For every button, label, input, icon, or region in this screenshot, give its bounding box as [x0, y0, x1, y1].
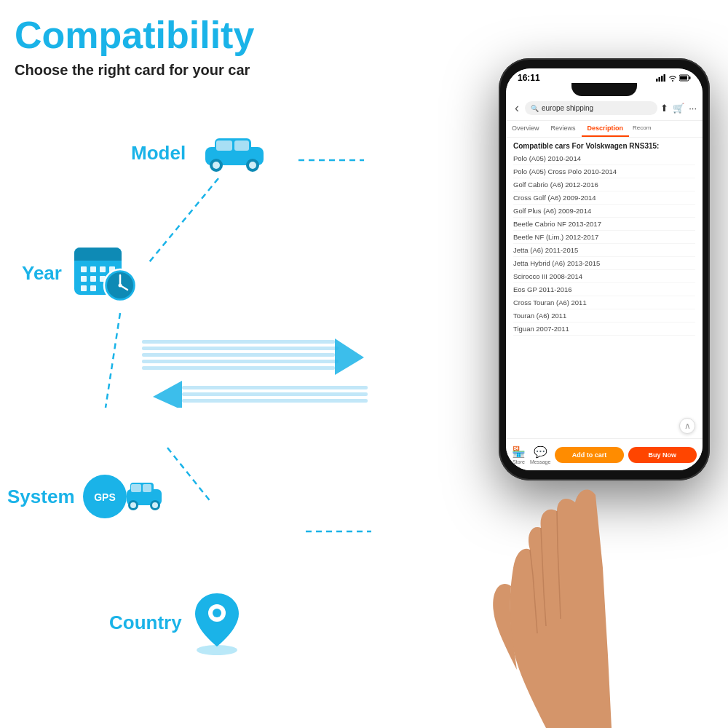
message-button[interactable]: 💬 Message [530, 446, 550, 464]
svg-rect-20 [81, 276, 87, 282]
svg-point-49 [152, 502, 158, 508]
svg-marker-35 [335, 339, 364, 375]
status-time: 16:11 [518, 73, 540, 83]
list-item: Polo (A05) 2010-2014 [513, 152, 695, 165]
svg-point-10 [213, 162, 220, 169]
svg-point-50 [197, 645, 237, 655]
svg-rect-16 [81, 266, 87, 272]
bottom-action-bar: 🏪 Store 💬 Message Add to cart Buy Now [506, 438, 703, 470]
message-label: Message [530, 459, 550, 464]
list-item: Touran (A6) 2011 [513, 309, 695, 323]
page: Compatibility Choose the right card for … [0, 0, 728, 728]
store-button[interactable]: 🏪 Store [512, 446, 526, 464]
svg-rect-39 [182, 399, 368, 403]
list-item: Scirocco III 2008-2014 [513, 270, 695, 283]
svg-rect-33 [142, 360, 339, 363]
svg-rect-18 [100, 266, 106, 272]
page-subtitle: Choose the right card for your car [15, 62, 422, 79]
svg-rect-44 [131, 484, 141, 492]
add-to-cart-button[interactable]: Add to cart [555, 447, 623, 463]
search-box[interactable]: 🔍 europe shipping [525, 101, 657, 115]
search-text: europe shipping [542, 104, 593, 112]
list-item: Tiguan 2007-2011 [513, 323, 695, 336]
tab-reviews[interactable]: Reviews [545, 121, 582, 137]
list-item: Jetta (A6) 2011-2015 [513, 244, 695, 257]
svg-rect-32 [142, 353, 335, 357]
tab-description[interactable]: Description [582, 121, 630, 137]
list-item: Polo (A05) Cross Polo 2010-2014 [513, 165, 695, 178]
svg-rect-24 [90, 285, 96, 291]
svg-rect-59 [689, 76, 691, 79]
cart-icon[interactable]: 🛒 [673, 103, 684, 114]
system-label: System [7, 486, 75, 508]
store-label: Store [513, 459, 525, 464]
page-title: Compatibility [15, 15, 422, 56]
svg-rect-38 [182, 392, 368, 396]
store-icon: 🏪 [512, 446, 526, 459]
more-icon[interactable]: ··· [689, 103, 697, 114]
svg-rect-17 [90, 266, 96, 272]
svg-point-47 [130, 502, 136, 508]
year-label: Year [22, 262, 62, 285]
location-pin-icon [188, 590, 246, 655]
phone-screen: 16:11 [506, 68, 703, 470]
battery-icon [679, 74, 691, 82]
svg-rect-37 [182, 386, 368, 389]
svg-rect-45 [143, 484, 151, 492]
model-car-icon [194, 131, 274, 175]
list-item: Cross Golf (A6) 2009-2014 [513, 191, 695, 205]
svg-rect-31 [142, 347, 339, 350]
model-label: Model [131, 142, 186, 165]
phone-notch [571, 83, 637, 96]
list-item: Jetta Hybrid (A6) 2013-2015 [513, 257, 695, 270]
nav-bar: ‹ 🔍 europe shipping ⬆ 🛒 ··· [506, 96, 703, 121]
svg-rect-30 [142, 340, 335, 344]
compatibility-diagram: Model Year [0, 116, 422, 626]
svg-marker-36 [153, 381, 182, 408]
search-icon: 🔍 [531, 105, 539, 112]
svg-rect-7 [216, 141, 232, 151]
svg-rect-55 [661, 76, 663, 82]
wifi-icon [668, 74, 677, 82]
svg-point-29 [118, 284, 122, 288]
content-list: Compatible cars For Volskwagen RNS315: P… [506, 138, 703, 340]
message-icon: 💬 [534, 446, 547, 459]
tabs-bar: Overview Reviews Description Recom [506, 121, 703, 138]
year-calendar-icon [71, 240, 140, 306]
list-item: Beetle Cabrio NF 2013-2017 [513, 218, 695, 231]
signal-icon [656, 74, 666, 82]
gps-car-icon: GPS [79, 473, 167, 521]
svg-rect-58 [680, 76, 687, 80]
list-header: Compatible cars For Volskwagen RNS315: [513, 142, 695, 150]
list-item: Golf Cabrio (A6) 2012-2016 [513, 178, 695, 191]
back-button[interactable]: ‹ [512, 99, 522, 117]
svg-rect-21 [90, 276, 96, 282]
svg-rect-54 [659, 77, 661, 82]
svg-point-52 [213, 609, 221, 617]
tab-overview[interactable]: Overview [506, 121, 545, 137]
share-icon[interactable]: ⬆ [660, 103, 668, 114]
nav-icons: ⬆ 🛒 ··· [660, 103, 697, 114]
phone-device: 16:11 [499, 58, 710, 480]
svg-rect-8 [234, 141, 249, 151]
buy-now-button[interactable]: Buy Now [628, 447, 697, 463]
svg-rect-56 [664, 74, 666, 82]
svg-text:GPS: GPS [94, 491, 116, 503]
svg-rect-34 [142, 366, 335, 370]
stripes-arrows [142, 339, 375, 408]
country-label: Country [109, 612, 182, 634]
status-bar: 16:11 [506, 68, 703, 96]
status-icons [656, 74, 691, 82]
arrows-svg [142, 339, 375, 408]
list-item: Cross Touran (A6) 2011 [513, 296, 695, 309]
tab-recom[interactable]: Recom [629, 121, 654, 137]
year-section: Year [22, 240, 140, 306]
left-content: Compatibility Choose the right card for … [15, 15, 422, 108]
svg-rect-23 [81, 285, 87, 291]
scroll-up-button[interactable]: ∧ [679, 418, 695, 434]
country-section: Country [109, 590, 246, 655]
svg-rect-15 [74, 255, 122, 261]
svg-point-12 [249, 162, 256, 169]
svg-rect-53 [656, 79, 658, 82]
model-section: Model [131, 131, 274, 175]
